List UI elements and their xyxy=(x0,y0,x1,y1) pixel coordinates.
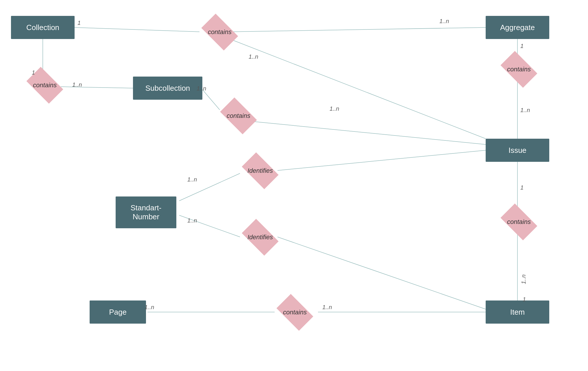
diagram-container: Collection Aggregate Subcollection Issue… xyxy=(0,0,588,371)
card-contains4-issue: 1..n xyxy=(520,107,530,114)
card-item-top: 1 xyxy=(523,296,526,303)
card-collection-contains2: 1 xyxy=(32,69,35,76)
card-page-contains6: 1..n xyxy=(145,304,154,311)
diamond-contains5: contains xyxy=(496,212,542,231)
entity-item: Item xyxy=(486,300,549,324)
card-aggregate-contains4: 1 xyxy=(520,43,524,49)
card-issue-contains5: 1 xyxy=(520,184,524,191)
diamond-identifies2: Identifies xyxy=(237,228,283,246)
card-contains2-subcollection: 1..n xyxy=(72,81,82,88)
card-standart-identifies2: 1..n xyxy=(187,217,197,224)
svg-line-1 xyxy=(231,27,486,32)
svg-line-5 xyxy=(230,39,486,139)
card-contains3-issue: 1..n xyxy=(330,105,339,112)
diamond-contains6: contains xyxy=(272,303,318,322)
svg-line-12 xyxy=(278,150,486,170)
card-subcollection-contains3: 1..n xyxy=(197,85,206,92)
card-contains6-item: 1..n xyxy=(322,304,332,311)
entity-standart-number: Standart-Number xyxy=(116,196,176,228)
card-contains1-aggregate: 1..n xyxy=(439,18,449,25)
entity-subcollection: Subcollection xyxy=(133,77,202,100)
entity-aggregate: Aggregate xyxy=(486,16,549,39)
svg-line-6 xyxy=(252,121,486,144)
diamond-contains2: contains xyxy=(22,76,68,94)
card-contains1-diagonal: 1..n xyxy=(249,53,258,60)
entity-issue: Issue xyxy=(486,139,549,162)
card-standart-identifies1: 1..n xyxy=(187,176,197,183)
diamond-contains3: contains xyxy=(215,106,262,125)
card-collection-contains1: 1 xyxy=(77,20,81,26)
svg-line-0 xyxy=(75,27,199,32)
card-contains5-item: 1..n xyxy=(520,274,527,284)
entity-page: Page xyxy=(90,300,146,324)
svg-line-3 xyxy=(61,87,133,88)
diamond-contains4: contains xyxy=(496,60,542,79)
svg-line-14 xyxy=(278,237,486,309)
diamond-contains1: contains xyxy=(197,23,243,41)
diamond-identifies1: Identifies xyxy=(237,161,283,180)
entity-collection: Collection xyxy=(11,16,75,39)
